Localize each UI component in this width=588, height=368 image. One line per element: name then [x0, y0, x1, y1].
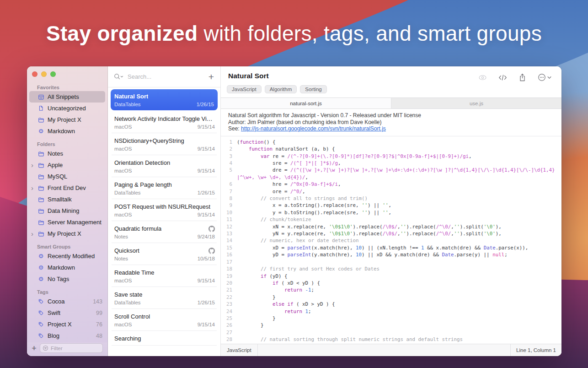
snippet-row-orientation-detection[interactable]: Orientation DetectionmacOS9/15/14 — [112, 155, 217, 177]
sidebar-item-cocoa[interactable]: Cocoa143 — [29, 296, 105, 307]
language-selector[interactable]: JavaScript — [221, 344, 258, 356]
snippet-title: Natural Sort — [228, 72, 478, 80]
snippet-row-searching[interactable]: Searching — [112, 331, 217, 346]
snippet-row-post-request-with-nsurlrequest[interactable]: POST Request with NSURLRequestmacOS9/15/… — [112, 199, 217, 221]
sidebar-item-server-management[interactable]: Server Management — [29, 216, 105, 228]
close-button[interactable] — [32, 71, 37, 77]
minimize-button[interactable] — [41, 71, 47, 77]
code-view-icon[interactable] — [498, 74, 507, 81]
snippet-list: Natural SortDataTables1/26/15Network Act… — [108, 87, 220, 356]
sidebar-item-swift[interactable]: Swift99 — [29, 307, 105, 319]
sidebar-item-notes[interactable]: Notes — [29, 148, 105, 159]
preview-eye-icon[interactable] — [478, 74, 487, 81]
snippet-row-title: Natural Sort — [114, 93, 148, 100]
folder-icon — [37, 117, 45, 123]
traffic-lights — [32, 71, 56, 77]
description-link[interactable]: http://js-naturalsort.googlecode.com/svn… — [241, 125, 386, 132]
sidebar-item-apple[interactable]: ›Apple — [29, 159, 105, 171]
hero-headline: Stay organized with folders, tags, and s… — [0, 21, 588, 46]
snippet-row-quadratic-formula[interactable]: Quadratic formulaNotes9/24/18 — [112, 221, 217, 243]
add-snippet-button[interactable]: + — [208, 72, 214, 81]
snippet-row-category: macOS — [114, 278, 132, 283]
snippet-row-quicksort[interactable]: QuicksortNotes10/5/18 — [112, 243, 217, 265]
tag-chip-javascript[interactable]: JavaScript — [227, 85, 262, 93]
gear-icon: ⚙ — [37, 128, 45, 134]
snippet-row-readable-time[interactable]: Readable TimemacOS9/15/14 — [112, 265, 217, 287]
code-line: 13 yN = y.replace(re, '\0$1\0').replace(… — [221, 230, 561, 237]
sidebar-item-uncategorized[interactable]: Uncategorized — [29, 103, 105, 114]
snippet-row-scroll-control[interactable]: Scroll ControlmacOS9/15/14 — [112, 309, 217, 331]
sidebar-item-my-project-x[interactable]: My Project X — [29, 114, 105, 125]
sidebar-item-my-project-x[interactable]: ›My Project X — [29, 228, 105, 239]
sidebar-item-label: Server Management — [48, 219, 102, 226]
sidebar-item-project-x[interactable]: Project X76 — [29, 319, 105, 330]
snippet-row-natural-sort[interactable]: Natural SortDataTables1/26/15 — [111, 89, 218, 110]
snippet-row-category: DataTables — [114, 300, 141, 305]
line-number: 11 — [221, 216, 237, 223]
snippet-row-date: 9/24/18 — [198, 234, 215, 239]
sidebar-item-markdown[interactable]: ⚙Markdown — [29, 262, 105, 273]
snippet-row-paging-page-length[interactable]: Paging & Page lengthDataTables1/26/15 — [112, 177, 217, 199]
sidebar-item-label: Markdown — [48, 264, 75, 271]
code-line: 24 return 1; — [221, 308, 561, 315]
fragment-tabs: natural-sort.jsuse.js — [221, 97, 561, 109]
sidebar-item-markdown[interactable]: ⚙Markdown — [29, 125, 105, 137]
line-number: 3 — [221, 153, 237, 160]
snippet-row-date: 1/26/15 — [198, 300, 215, 305]
code-line: 25 } — [221, 315, 561, 322]
snippet-row-save-state[interactable]: Save stateDataTables1/26/15 — [112, 287, 217, 309]
chevron-right-icon[interactable]: › — [31, 161, 33, 168]
sidebar-item-label: My Project X — [48, 230, 81, 237]
code-line: 4 sre = /(^[ ]*|[ ]*$)/g, — [221, 160, 561, 167]
snippet-row-date: 9/15/14 — [198, 168, 215, 173]
sidebar-item-label: Smalltalk — [48, 196, 72, 203]
tag-chips: JavaScriptAlgorithmSorting — [221, 81, 561, 97]
tab-use-js[interactable]: use.js — [391, 98, 561, 108]
code-line: 11 // chunk/tokenize — [221, 216, 561, 223]
snippet-row-category: DataTables — [114, 102, 141, 107]
snippet-row-date: 9/15/14 — [198, 146, 215, 152]
document-icon — [37, 105, 45, 111]
sidebar-item-front-end-dev[interactable]: ›Front End Dev — [29, 182, 105, 194]
chevron-right-icon[interactable]: › — [31, 230, 33, 237]
detail-pane: Natural Sort JavaScriptAlgorithmSorting … — [221, 66, 561, 356]
chevron-right-icon[interactable]: › — [31, 184, 33, 191]
sidebar-item-smalltalk[interactable]: Smalltalk — [29, 194, 105, 205]
sidebar-item-no-tags[interactable]: ⚙No Tags — [29, 273, 105, 285]
search-icon[interactable] — [114, 73, 123, 80]
sidebar-item-label: My Project X — [48, 116, 81, 123]
snippet-row-nsdictionary-querystring[interactable]: NSDictionary+QueryStringmacOS9/15/14 — [112, 133, 217, 155]
filter-input[interactable] — [40, 343, 103, 353]
snippet-row-network-activity-indicator-toggle-visibility[interactable]: Network Activity Indicator Toggle Visibi… — [112, 111, 217, 133]
code-line: 26 } — [221, 322, 561, 329]
sidebar-item-all-snippets[interactable]: All Snippets — [29, 91, 105, 103]
more-actions-button[interactable] — [538, 73, 551, 81]
sidebar-filter-bar: + — [27, 342, 107, 356]
tab-natural-sort-js[interactable]: natural-sort.js — [221, 98, 391, 108]
sidebar-item-label: Recently Modified — [48, 253, 95, 260]
add-folder-button[interactable]: + — [31, 344, 37, 352]
zoom-button[interactable] — [50, 71, 56, 77]
snippet-description: Natural Sort algorithm for Javascript - … — [221, 109, 561, 136]
snippet-row-category: Notes — [114, 234, 128, 239]
code-line: 2 function naturalSort (a, b) { — [221, 146, 561, 152]
sidebar-item-blog[interactable]: Blog48 — [29, 330, 105, 341]
snippet-row-title: POST Request with NSURLRequest — [114, 203, 210, 210]
folder-icon — [37, 173, 45, 180]
search-row: + — [108, 66, 220, 87]
code-editor[interactable]: 1(function() {2 function naturalSort (a,… — [221, 136, 561, 344]
snippet-row-category: DataTables — [114, 190, 141, 195]
tag-chip-algorithm[interactable]: Algorithm — [265, 85, 297, 93]
sidebar-item-mysql[interactable]: MySQL — [29, 171, 105, 182]
sidebar-item-label: Uncategorized — [48, 105, 86, 112]
search-input[interactable] — [127, 73, 205, 81]
sidebar-section-title-folders: Folders — [37, 141, 103, 147]
sidebar-item-data-mining[interactable]: Data Mining — [29, 205, 105, 216]
snippet-row-title: Network Activity Indicator Toggle Visibi… — [114, 115, 215, 122]
tag-chip-sorting[interactable]: Sorting — [300, 85, 326, 93]
snippet-row-date: 9/15/14 — [198, 212, 215, 217]
sidebar-item-recently-modified[interactable]: ⚙Recently Modified — [29, 250, 105, 262]
snippet-row-date: 10/5/18 — [198, 256, 215, 261]
share-icon[interactable] — [519, 73, 526, 81]
snippet-row-category: macOS — [114, 212, 132, 217]
